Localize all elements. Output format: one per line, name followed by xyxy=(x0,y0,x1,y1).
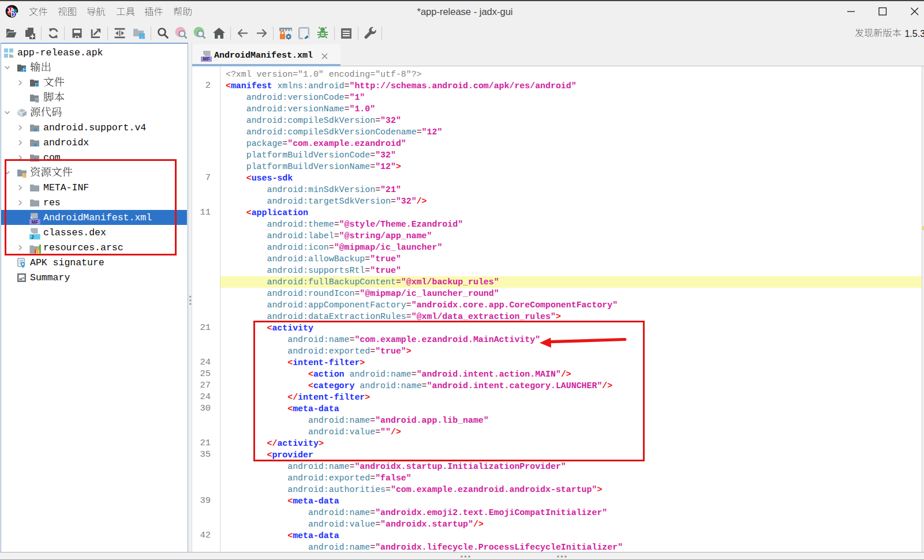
svg-text:MF: MF xyxy=(203,57,210,62)
